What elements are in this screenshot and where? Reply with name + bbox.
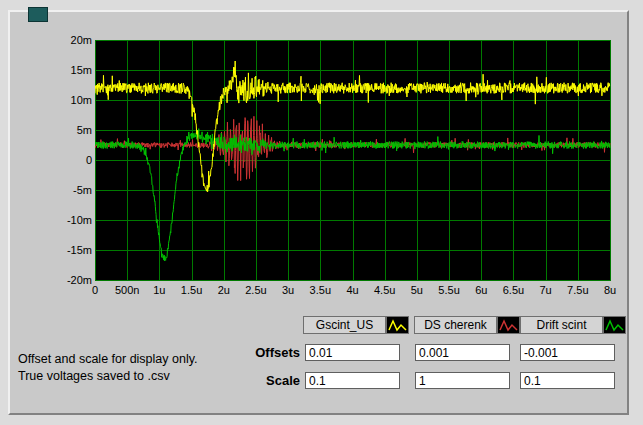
waveform-sample-icon — [386, 316, 409, 334]
note-line-1: Offset and scale for display only. — [18, 351, 198, 368]
x-tick-label: 6u — [475, 284, 487, 296]
scale-input-gscint-us[interactable] — [305, 372, 400, 389]
offset-input-gscint-us[interactable] — [305, 344, 400, 361]
x-tick-label: 4u — [346, 284, 358, 296]
legend-line-glyph — [500, 321, 517, 330]
offsets-label: Offsets — [200, 345, 300, 360]
x-axis-labels: 0500n1u1.5u2u2.5u3u3.5u4u4.5u5u5.5u6u6.5… — [95, 284, 615, 298]
x-tick-label: 3.5u — [310, 284, 331, 296]
y-tick-label: 5m — [77, 124, 92, 136]
scale-input-ds-cherenk[interactable] — [415, 372, 510, 389]
teal-decoration-rect — [28, 7, 48, 22]
x-tick-label: 4.5u — [374, 284, 395, 296]
legend-line-glyph — [606, 321, 623, 330]
x-tick-label: 7u — [540, 284, 552, 296]
x-tick-label: 2u — [218, 284, 230, 296]
legend-line-glyph — [389, 321, 406, 330]
offset-input-drift-scint[interactable] — [520, 344, 615, 361]
legend-item-drift-scint[interactable]: Drift scint — [520, 316, 626, 334]
offset-input-ds-cherenk[interactable] — [415, 344, 510, 361]
y-tick-label: 20m — [71, 34, 92, 46]
scale-label: Scale — [200, 373, 300, 388]
waveform-canvas — [95, 40, 611, 281]
y-tick-label: -20m — [67, 274, 92, 286]
waveform-sample-icon — [603, 316, 626, 334]
y-tick-label: -10m — [67, 214, 92, 226]
legend-label: DS cherenk — [414, 316, 497, 334]
waveform-sample-icon — [497, 316, 520, 334]
x-tick-label: 8u — [604, 284, 616, 296]
x-tick-label: 1.5u — [181, 284, 202, 296]
x-tick-label: 5.5u — [438, 284, 459, 296]
x-tick-label: 2.5u — [245, 284, 266, 296]
note-line-2: True voltages saved to .csv — [18, 368, 198, 385]
x-tick-label: 0 — [92, 284, 98, 296]
y-tick-label: 10m — [71, 94, 92, 106]
legend-label: Drift scint — [520, 316, 603, 334]
x-tick-label: 3u — [282, 284, 294, 296]
y-axis-labels: 20m15m10m5m0-5m-10m-15m-20m — [48, 40, 92, 281]
x-tick-label: 5u — [411, 284, 423, 296]
y-tick-label: -15m — [67, 244, 92, 256]
legend-label: Gscint_US — [303, 316, 386, 334]
legend-item-ds-cherenk[interactable]: DS cherenk — [414, 316, 520, 334]
x-tick-label: 6.5u — [503, 284, 524, 296]
legend-item-gscint-us[interactable]: Gscint_US — [303, 316, 409, 334]
y-tick-label: 0 — [86, 154, 92, 166]
y-tick-label: 15m — [71, 64, 92, 76]
x-tick-label: 7.5u — [567, 284, 588, 296]
x-tick-label: 500n — [115, 284, 139, 296]
scale-input-drift-scint[interactable] — [520, 372, 615, 389]
x-tick-label: 1u — [153, 284, 165, 296]
front-panel: 20m15m10m5m0-5m-10m-15m-20m 0500n1u1.5u2… — [0, 0, 643, 425]
y-tick-label: -5m — [73, 184, 92, 196]
display-note: Offset and scale for display only. True … — [18, 351, 198, 385]
